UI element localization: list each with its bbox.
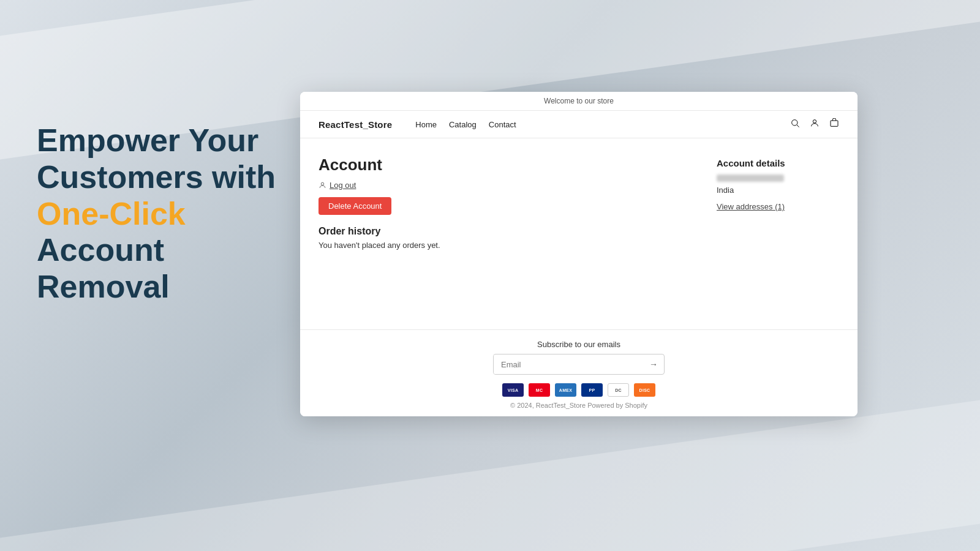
store-content: Account Log out Delete Account Order his… [300, 138, 858, 329]
store-sidebar: Account details India View addresses (1) [717, 156, 839, 317]
hero-line4: Removal [37, 269, 170, 304]
store-nav-icons [790, 118, 839, 130]
discover-icon: DISC [634, 383, 655, 397]
svg-rect-3 [831, 121, 838, 126]
paypal-icon: PP [581, 383, 603, 397]
browser-window: Welcome to our store ReactTest_Store Hom… [300, 92, 858, 416]
footer-copyright: © 2024, ReactTest_Store Powered by Shopi… [318, 402, 839, 409]
svg-line-1 [797, 125, 799, 127]
order-history-title: Order history [318, 226, 704, 237]
user-icon [318, 181, 326, 189]
hero-line2: Customers with [37, 159, 276, 195]
hero-line1: Empower Your [37, 122, 258, 158]
svg-point-0 [792, 120, 797, 126]
subscribe-section: Subscribe to our emails → [318, 340, 839, 375]
account-icon[interactable] [810, 118, 820, 130]
store-main: Account Log out Delete Account Order his… [318, 156, 704, 317]
svg-point-4 [321, 182, 323, 185]
payment-icons: VISA MC AMEX PP DC DISC [318, 383, 839, 397]
svg-point-2 [813, 120, 816, 123]
logout-label: Log out [330, 181, 356, 190]
view-addresses-link[interactable]: View addresses (1) [717, 202, 785, 211]
hero-heading: Empower Your Customers with One-Click Ac… [37, 122, 294, 305]
store-navbar: ReactTest_Store Home Catalog Contact [300, 111, 858, 138]
mastercard-icon: MC [529, 383, 550, 397]
account-details-title: Account details [717, 158, 839, 168]
hero-line3: Account [37, 232, 164, 268]
store-nav-links: Home Catalog Contact [415, 120, 516, 129]
subscribe-title: Subscribe to our emails [318, 340, 839, 349]
nav-link-catalog[interactable]: Catalog [449, 120, 477, 129]
store-footer: Subscribe to our emails → VISA MC AMEX P… [300, 329, 858, 416]
topbar-text: Welcome to our store [544, 97, 614, 105]
store-logo: ReactTest_Store [318, 119, 392, 130]
left-panel: Empower Your Customers with One-Click Ac… [37, 122, 294, 305]
subscribe-form: → [493, 354, 665, 375]
cart-icon[interactable] [829, 118, 839, 130]
hero-highlight: One-Click [37, 196, 186, 231]
store-topbar: Welcome to our store [300, 92, 858, 111]
email-input[interactable] [494, 355, 643, 374]
account-country: India [717, 186, 839, 195]
visa-icon: VISA [502, 383, 524, 397]
logout-link[interactable]: Log out [318, 181, 704, 190]
search-icon[interactable] [790, 118, 800, 130]
account-title: Account [318, 156, 704, 174]
amex-icon: AMEX [555, 383, 576, 397]
diners-icon: DC [608, 383, 629, 397]
order-history-empty: You haven't placed any orders yet. [318, 241, 704, 250]
account-email-blurred [717, 174, 784, 182]
nav-link-home[interactable]: Home [415, 120, 437, 129]
nav-link-contact[interactable]: Contact [489, 120, 516, 129]
delete-account-button[interactable]: Delete Account [318, 197, 391, 215]
subscribe-button[interactable]: → [643, 354, 664, 374]
